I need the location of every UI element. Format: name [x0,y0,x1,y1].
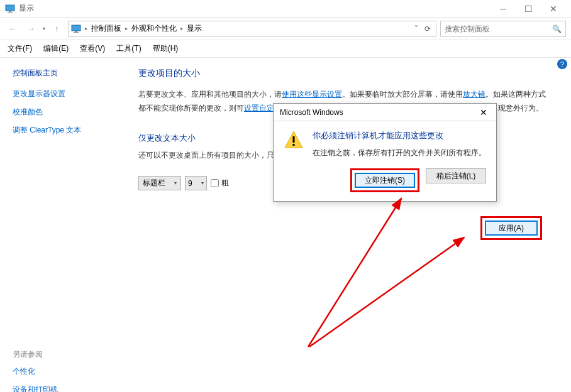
bold-text: 粗 [221,178,229,188]
sidebar-devices-printers[interactable]: 设备和打印机 [13,384,107,392]
svg-rect-1 [9,11,11,12]
search-input[interactable] [445,24,552,33]
svg-rect-5 [74,32,79,33]
sidebar: 控制面板主页 更改显示器设置 校准颜色 调整 ClearType 文本 另请参阅… [0,58,119,392]
svg-rect-8 [293,144,295,146]
chevron-right-icon[interactable]: ▸ [124,26,129,31]
menu-edit[interactable]: 编辑(E) [43,43,69,54]
window-title: 显示 [19,3,491,14]
breadcrumb-l2[interactable]: 外观和个性化 [129,23,179,34]
forward-button[interactable]: → [24,21,39,36]
nav-toolbar: ← → ▾ ↑ ▸ 控制面板 ▸ 外观和个性化 ▸ 显示 ˅ ⟳ 🔍 [0,18,571,40]
sidebar-personalization[interactable]: 个性化 [13,366,107,377]
display-icon [71,24,81,34]
search-box[interactable]: 🔍 [440,21,566,37]
menu-bar: 文件(F) 编辑(E) 查看(V) 工具(T) 帮助(H) [0,40,571,58]
menu-file[interactable]: 文件(F) [8,43,32,54]
breadcrumb-root[interactable]: 控制面板 [89,23,124,34]
dialog-subtext: 在注销之前，保存所有打开的文件并关闭所有程序。 [313,148,486,158]
back-button[interactable]: ← [5,21,20,36]
sidebar-home[interactable]: 控制面板主页 [13,68,107,79]
chevron-down-icon: ▾ [174,180,177,186]
link-magnifier[interactable]: 放大镜 [463,90,485,99]
window-titlebar: 显示 ─ ☐ ✕ [0,0,571,18]
signout-now-highlight: 立即注销(S) [350,168,419,192]
display-icon [5,4,15,14]
combo-size-value: 9 [188,179,192,188]
combo-item[interactable]: 标题栏 ▾ [138,176,181,190]
apply-button[interactable]: 应用(A) [485,220,538,236]
up-button[interactable]: ↑ [49,21,64,36]
chevron-right-icon[interactable]: ▸ [179,26,184,31]
dialog-heading: 你必须注销计算机才能应用这些更改 [313,130,486,141]
sidebar-cleartype[interactable]: 调整 ClearType 文本 [13,125,107,136]
warning-icon [284,130,304,150]
sidebar-calibrate-color[interactable]: 校准颜色 [13,107,107,117]
svg-rect-0 [6,5,14,11]
menu-tools[interactable]: 工具(T) [116,43,141,54]
dialog-titlebar: Microsoft Windows ✕ [274,104,496,121]
svg-rect-7 [293,136,295,143]
signout-now-button[interactable]: 立即注销(S) [355,173,415,188]
addressbar-dropdown-icon[interactable]: ˅ [411,24,422,33]
bold-checkbox-label[interactable]: 粗 [211,178,229,188]
chevron-down-icon: ▾ [201,180,204,186]
bold-checkbox[interactable] [211,179,219,187]
address-bar[interactable]: ▸ 控制面板 ▸ 外观和个性化 ▸ 显示 ˅ ⟳ [68,21,436,37]
svg-rect-2 [8,12,13,13]
breadcrumb-l3[interactable]: 显示 [184,23,204,34]
close-button[interactable]: ✕ [541,0,566,18]
history-dropdown-icon[interactable]: ▾ [43,26,45,31]
signout-later-button[interactable]: 稍后注销(L) [426,168,486,183]
dialog-close-button[interactable]: ✕ [477,107,490,117]
maximize-button[interactable]: ☐ [516,0,541,18]
link-display-settings[interactable]: 使用这些显示设置 [282,90,342,99]
svg-rect-4 [75,31,77,32]
search-icon[interactable]: 🔍 [552,24,562,33]
heading-change-size: 更改项目的大小 [138,68,546,79]
sidebar-change-display[interactable]: 更改显示器设置 [13,89,107,99]
dialog-title-text: Microsoft Windows [280,108,477,117]
refresh-button[interactable]: ⟳ [422,24,433,33]
combo-size[interactable]: 9 ▾ [185,176,207,190]
apply-highlight: 应用(A) [480,216,542,240]
sidebar-see-also-label: 另请参阅 [13,349,107,360]
combo-item-value: 标题栏 [143,178,165,188]
menu-view[interactable]: 查看(V) [80,43,105,54]
chevron-right-icon[interactable]: ▸ [84,26,89,31]
minimize-button[interactable]: ─ [491,0,516,18]
svg-rect-3 [72,25,80,31]
menu-help[interactable]: 帮助(H) [153,43,179,54]
signout-dialog: Microsoft Windows ✕ 你必须注销计算机才能应用这些更改 在注销… [273,103,497,202]
